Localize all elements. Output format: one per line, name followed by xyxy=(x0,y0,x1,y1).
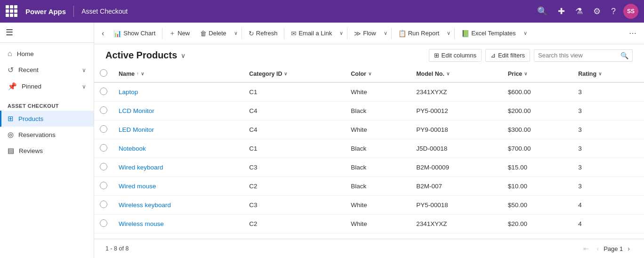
sidebar-item-recent[interactable]: ↺ Recent ∨ xyxy=(0,62,94,78)
row-checkbox[interactable] xyxy=(100,144,107,152)
row-checkbox-cell xyxy=(94,82,113,102)
excel-chevron[interactable]: ∨ xyxy=(522,27,529,39)
col-name-label: Name xyxy=(119,71,135,77)
flow-chevron[interactable]: ∨ xyxy=(382,27,389,39)
topbar-separator xyxy=(73,6,74,17)
cell-rating: 3 xyxy=(572,158,644,177)
cell-name: Wireless mouse xyxy=(113,215,243,234)
next-page-button[interactable]: › xyxy=(625,243,633,254)
cell-rating: 3 xyxy=(572,82,644,102)
cell-price: $10.00 xyxy=(502,177,573,196)
chart-icon: 📊 xyxy=(113,30,121,37)
row-checkbox-cell xyxy=(94,139,113,158)
col-category-id[interactable]: Category ID ∨ xyxy=(243,65,345,82)
col-model-no[interactable]: Model No. ∨ xyxy=(411,65,502,82)
sidebar-item-pinned[interactable]: 📌 Pinned ∨ xyxy=(0,78,94,95)
help-icon[interactable]: ? xyxy=(608,7,619,16)
view-title-chevron-icon[interactable]: ∨ xyxy=(181,52,185,59)
cmd-divider-4 xyxy=(347,28,347,39)
row-checkbox[interactable] xyxy=(100,88,107,95)
cell-price: $50.00 xyxy=(502,196,573,215)
product-name-link[interactable]: Laptop xyxy=(119,89,138,96)
more-options-icon[interactable]: ⋯ xyxy=(625,29,640,38)
cell-color: Black xyxy=(345,177,411,196)
sidebar: ☰ ⌂ Home ↺ Recent ∨ 📌 Pinned ∨ Asset Che… xyxy=(0,23,94,258)
refresh-button[interactable]: ↻ Refresh xyxy=(244,27,282,40)
email-chevron[interactable]: ∨ xyxy=(338,27,345,39)
edit-filters-button[interactable]: ⊿ Edit filters xyxy=(485,49,530,62)
waffle-menu[interactable] xyxy=(6,5,18,17)
recent-chevron-icon: ∨ xyxy=(82,67,86,73)
sidebar-item-reviews[interactable]: ▤ Reviews xyxy=(0,143,94,159)
sidebar-item-home[interactable]: ⌂ Home xyxy=(0,46,94,62)
cell-model-no: PY5-00012 xyxy=(411,102,502,121)
sidebar-top: ☰ xyxy=(0,23,94,43)
recent-icon: ↺ xyxy=(8,65,14,74)
add-icon[interactable]: ✚ xyxy=(555,6,568,16)
cell-category-id: C3 xyxy=(243,158,345,177)
search-box: 🔍 xyxy=(534,49,633,62)
show-chart-button[interactable]: 📊 Show Chart xyxy=(109,27,160,40)
product-name-link[interactable]: Wireless mouse xyxy=(119,220,164,227)
col-price[interactable]: Price ∨ xyxy=(502,65,573,82)
first-page-button[interactable]: ⇤ xyxy=(580,243,592,254)
cell-color: Black xyxy=(345,158,411,177)
pinned-icon: 📌 xyxy=(8,82,17,91)
col-name[interactable]: Name ↑ ∨ xyxy=(113,65,243,82)
cell-category-id: C1 xyxy=(243,82,345,102)
search-icon[interactable]: 🔍 xyxy=(534,6,550,16)
col-rating[interactable]: Rating ∨ xyxy=(572,65,644,82)
cell-color: White xyxy=(345,121,411,139)
cell-category-id: C2 xyxy=(243,177,345,196)
run-report-button[interactable]: 📋 Run Report xyxy=(394,27,444,40)
cell-category-id: C2 xyxy=(243,215,345,234)
row-checkbox[interactable] xyxy=(100,106,107,114)
filter-icon[interactable]: ⚗ xyxy=(572,6,586,16)
product-name-link[interactable]: LCD Monitor xyxy=(119,107,154,114)
row-checkbox[interactable] xyxy=(100,163,107,170)
edit-columns-button[interactable]: ⊞ Edit columns xyxy=(429,49,482,62)
col-model-label: Model No. xyxy=(416,71,444,77)
row-checkbox[interactable] xyxy=(100,182,107,189)
table-row: Wired keyboard C3 Black B2M-00009 $15.00… xyxy=(94,158,644,177)
flow-button[interactable]: ≫ Flow xyxy=(349,27,380,40)
content-area: ‹ 📊 Show Chart ＋ New 🗑 Delete ∨ ↻ Refres… xyxy=(94,23,644,258)
row-checkbox[interactable] xyxy=(100,125,107,133)
delete-chevron[interactable]: ∨ xyxy=(232,27,240,39)
product-name-link[interactable]: Wired mouse xyxy=(119,183,156,190)
product-name-link[interactable]: Wireless keyboard xyxy=(119,202,171,209)
search-input[interactable] xyxy=(538,52,618,59)
record-count: 1 - 8 of 8 xyxy=(105,245,129,252)
settings-icon[interactable]: ⚙ xyxy=(590,6,604,16)
hamburger-menu[interactable]: ☰ xyxy=(4,26,15,39)
col-color-label: Color xyxy=(351,71,366,77)
product-name-link[interactable]: Notebook xyxy=(119,145,146,152)
row-checkbox[interactable] xyxy=(100,219,107,227)
product-name-link[interactable]: LED Monitor xyxy=(119,126,154,133)
rating-filter-icon: ∨ xyxy=(598,71,602,76)
avatar[interactable]: SS xyxy=(623,4,638,19)
select-all-checkbox[interactable] xyxy=(100,69,107,77)
delete-button[interactable]: 🗑 Delete xyxy=(195,27,231,40)
cell-name: Wired mouse xyxy=(113,177,243,196)
product-name-link[interactable]: Wired keyboard xyxy=(119,164,163,171)
back-button[interactable]: ‹ xyxy=(98,26,108,40)
sidebar-item-reservations[interactable]: ◎ Reservations xyxy=(0,127,94,143)
email-link-button[interactable]: ✉ Email a Link xyxy=(286,27,337,40)
cell-name: LED Monitor xyxy=(113,121,243,139)
report-chevron[interactable]: ∨ xyxy=(445,27,452,39)
edit-filters-label: Edit filters xyxy=(498,52,525,59)
sidebar-item-recent-label: Recent xyxy=(18,66,39,73)
col-rating-label: Rating xyxy=(578,71,596,77)
prev-page-button[interactable]: ‹ xyxy=(594,243,602,254)
cell-name: Wired keyboard xyxy=(113,158,243,177)
name-filter-icon: ∨ xyxy=(141,71,144,76)
col-color[interactable]: Color ∨ xyxy=(345,65,411,82)
sidebar-item-products[interactable]: ⊞ Products xyxy=(0,111,94,127)
row-checkbox[interactable] xyxy=(100,201,107,208)
cell-price: $600.00 xyxy=(502,82,573,102)
row-checkbox-cell xyxy=(94,102,113,121)
new-button[interactable]: ＋ New xyxy=(164,26,194,40)
excel-templates-button[interactable]: 📗 Excel Templates xyxy=(457,27,520,40)
cell-price: $700.00 xyxy=(502,139,573,158)
